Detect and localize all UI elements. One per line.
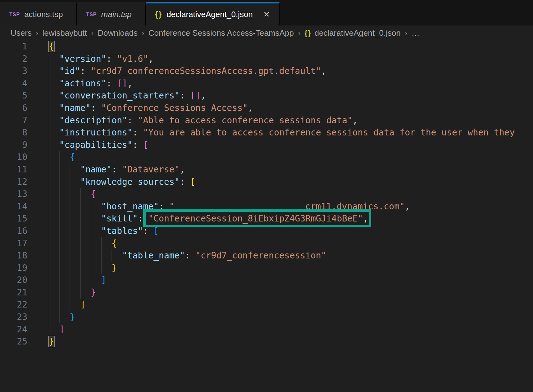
tab-actions-tsp[interactable]: TSPactions.tsp [0,2,77,25]
tab-declarativeAgent_0-json[interactable]: {}declarativeAgent_0.json✕ [146,2,280,25]
code-line-3[interactable]: 3 "id": "cr9d7_conferenceSessionsAccess.… [0,65,533,77]
line-content[interactable]: "actions": [], [27,77,533,90]
line-content[interactable]: ] [27,299,533,311]
code-line-21[interactable]: 21 } [0,286,533,299]
tab-main-tsp[interactable]: TSPmain.tsp [77,2,145,25]
line-content[interactable]: "name": "Dataverse", [27,163,533,176]
code-line-18[interactable]: 18 "table_name": "cr9d7_conferencesessio… [0,249,533,262]
line-number[interactable]: 25 [0,335,27,348]
line-number[interactable]: 24 [0,323,27,336]
code-line-16[interactable]: 16 "tables": [ [0,225,533,237]
code-line-9[interactable]: 9 "capabilities": [ [0,139,533,151]
line-content[interactable]: "instructions": "You are able to access … [27,126,533,139]
breadcrumb-item[interactable]: Users [11,28,32,38]
line-content[interactable]: } [27,311,533,323]
json-punctuation: : [185,250,195,261]
line-number[interactable]: 10 [0,151,27,163]
code-line-1[interactable]: 1{ [0,40,533,53]
line-number[interactable]: 12 [0,176,27,188]
code-line-2[interactable]: 2 "version": "v1.6", [0,53,533,65]
json-punctuation: : [159,201,169,212]
line-number[interactable]: 3 [0,65,27,77]
line-number[interactable]: 14 [0,200,27,213]
code-line-6[interactable]: 6 "name": "Conference Sessions Access", [0,102,533,114]
line-number[interactable]: 5 [0,89,27,102]
code-line-12[interactable]: 12 "knowledge_sources": [ [0,176,533,188]
line-content[interactable]: "skill": "ConferenceSession_8iEbxipZ4G3R… [27,212,533,225]
line-content[interactable]: { [27,188,533,200]
line-content[interactable]: "conversation_starters": [], [27,89,533,102]
indent-guide [49,286,49,299]
indent-guide [70,200,70,213]
breadcrumb-item[interactable]: Downloads [98,28,138,38]
line-content[interactable]: ] [27,323,533,336]
line-content[interactable]: } [27,262,533,274]
code-editor[interactable]: 1{2 "version": "v1.6",3 "id": "cr9d7_con… [0,40,533,392]
line-number[interactable]: 4 [0,77,27,90]
code-line-24[interactable]: 24 ] [0,323,533,336]
line-number[interactable]: 15 [0,212,27,225]
code-line-20[interactable]: 20 ] [0,274,533,286]
line-content[interactable]: { [27,237,533,250]
line-number[interactable]: 16 [0,225,27,237]
line-content[interactable]: "name": "Conference Sessions Access", [27,102,533,114]
code-line-19[interactable]: 19 } [0,262,533,274]
indent-guide [70,286,70,299]
code-line-15[interactable]: 15 "skill": "ConferenceSession_8iEbxipZ4… [0,212,533,225]
indent-guide [70,299,70,311]
line-content[interactable]: { [27,151,533,163]
line-content[interactable]: "description": "Able to access conferenc… [27,114,533,127]
code-line-7[interactable]: 7 "description": "Able to access confere… [0,114,533,127]
line-content[interactable]: "id": "cr9d7_conferenceSessionsAccess.gp… [27,65,533,77]
code-line-14[interactable]: 14 "host_name": "crm11.dynamics.com", [0,200,533,213]
line-number[interactable]: 8 [0,126,27,139]
line-number[interactable]: 20 [0,274,27,286]
code-line-13[interactable]: 13 { [0,188,533,200]
line-number[interactable]: 18 [0,249,27,262]
breadcrumb-item[interactable]: … [412,28,420,38]
json-punctuation: ] [101,275,107,285]
code-line-25[interactable]: 25} [0,335,533,348]
indent-guide [91,237,91,250]
line-number[interactable]: 17 [0,237,27,250]
line-number[interactable]: 7 [0,114,27,127]
line-content[interactable]: "table_name": "cr9d7_conferencesession" [27,249,533,262]
line-number[interactable]: 9 [0,139,27,151]
indent-guide [59,274,60,286]
line-number[interactable]: 22 [0,299,27,311]
breadcrumb-item[interactable]: Conference Sessions Access-TeamsApp [148,28,294,38]
line-number[interactable]: 1 [0,40,27,53]
code-line-17[interactable]: 17 { [0,237,533,250]
breadcrumb-item[interactable]: {}declarativeAgent_0.json [305,28,401,38]
line-content[interactable]: { [27,40,533,53]
breadcrumb-item[interactable]: lewisbaybutt [43,28,87,38]
line-content[interactable]: "host_name": "crm11.dynamics.com", [27,200,533,213]
code-line-4[interactable]: 4 "actions": [], [0,77,533,90]
json-string: "cr9d7_conferenceSessionsAccess.gpt.defa… [91,66,321,76]
tab-close-icon[interactable]: ✕ [262,9,271,20]
line-number[interactable]: 13 [0,188,27,200]
json-key: "name" [80,164,112,175]
line-content[interactable]: "version": "v1.6", [27,53,533,65]
code-line-8[interactable]: 8 "instructions": "You are able to acces… [0,126,533,139]
line-number[interactable]: 23 [0,311,27,323]
line-number[interactable]: 2 [0,53,27,65]
line-content[interactable]: "capabilities": [ [27,139,533,151]
code-line-5[interactable]: 5 "conversation_starters": [], [0,89,533,102]
code-line-10[interactable]: 10 { [0,151,533,163]
line-number[interactable]: 6 [0,102,27,114]
code-line-11[interactable]: 11 "name": "Dataverse", [0,163,533,176]
line-number[interactable]: 11 [0,163,27,176]
line-content[interactable]: ] [27,274,533,286]
line-number[interactable]: 21 [0,286,27,299]
code-line-23[interactable]: 23 } [0,311,533,323]
line-content[interactable]: } [27,335,533,348]
line-content[interactable]: } [27,286,533,299]
json-key: "knowledge_sources" [80,177,180,187]
line-number[interactable]: 19 [0,262,27,274]
json-punctuation: : [127,115,138,125]
indent-guide [59,163,60,176]
code-line-22[interactable]: 22 ] [0,299,533,311]
line-content[interactable]: "tables": [ [27,225,533,237]
line-content[interactable]: "knowledge_sources": [ [27,176,533,188]
